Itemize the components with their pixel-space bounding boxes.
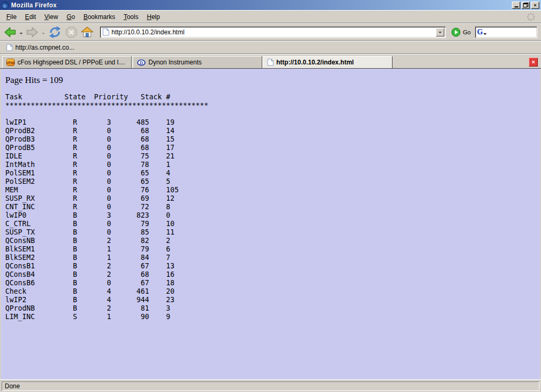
forward-arrow-icon bbox=[26, 26, 39, 39]
bookmark-page-icon bbox=[6, 44, 13, 51]
back-dropdown-caret[interactable] bbox=[20, 33, 23, 36]
menu-bar: File Edit View Go Bookmarks Tools Help bbox=[0, 10, 541, 23]
go-label: Go bbox=[463, 29, 471, 35]
back-button[interactable] bbox=[3, 25, 17, 40]
minimize-button[interactable] bbox=[512, 2, 520, 9]
go-button[interactable]: Go bbox=[450, 27, 474, 37]
status-bar: Done bbox=[0, 379, 541, 392]
url-dropdown-button[interactable] bbox=[436, 28, 444, 36]
task-table: Task State Priority Stack # ************… bbox=[5, 93, 540, 321]
menu-go[interactable]: Go bbox=[62, 12, 79, 22]
bookmarks-toolbar: http://as.cmpnet.co... bbox=[0, 41, 541, 54]
title-bar: Mozilla Firefox × bbox=[0, 0, 541, 10]
status-panel: Done bbox=[2, 381, 539, 391]
go-icon bbox=[451, 27, 461, 37]
menu-view[interactable]: View bbox=[40, 12, 62, 22]
firefox-logo-icon bbox=[2, 2, 9, 9]
restore-icon bbox=[523, 3, 528, 7]
back-arrow-icon bbox=[4, 26, 16, 39]
url-dropdown-caret bbox=[439, 32, 442, 35]
search-input[interactable] bbox=[487, 29, 541, 36]
search-box: G bbox=[475, 26, 537, 38]
navigation-toolbar: Go G bbox=[0, 23, 541, 41]
search-engine-caret[interactable] bbox=[483, 33, 487, 36]
close-icon: × bbox=[534, 3, 536, 8]
cfos-icon: cFos bbox=[6, 59, 15, 66]
home-icon bbox=[81, 26, 94, 39]
tab-index-html-active[interactable]: http://10.0.10.2/index.html bbox=[263, 56, 393, 68]
status-text: Done bbox=[5, 382, 20, 390]
tabbar-filler bbox=[394, 56, 529, 68]
page-hits-text: Page Hits = 109 bbox=[5, 75, 540, 86]
tab-label: cFos Highspeed DSL / PPPoE und ISDN CAP.… bbox=[17, 59, 127, 66]
url-bar bbox=[100, 26, 446, 38]
restore-button[interactable] bbox=[521, 2, 530, 9]
page-content: Page Hits = 109 Task State Priority Stac… bbox=[1, 69, 540, 379]
home-button[interactable] bbox=[80, 25, 95, 40]
menu-edit[interactable]: Edit bbox=[21, 12, 40, 22]
tab-bar: cFos cFos Highspeed DSL / PPPoE und ISDN… bbox=[0, 54, 541, 69]
browser-window: Mozilla Firefox × File Edit View Go Book… bbox=[0, 0, 541, 392]
window-controls: × bbox=[512, 2, 539, 9]
tab-label: http://10.0.10.2/index.html bbox=[276, 59, 354, 66]
bookmark-label: http://as.cmpnet.co... bbox=[15, 44, 74, 51]
tab-cfos[interactable]: cFos cFos Highspeed DSL / PPPoE und ISDN… bbox=[2, 56, 132, 68]
close-tab-icon: × bbox=[531, 59, 535, 65]
menu-bookmarks[interactable]: Bookmarks bbox=[79, 12, 119, 22]
reload-icon bbox=[48, 26, 62, 39]
close-button[interactable]: × bbox=[531, 2, 539, 9]
page-icon bbox=[102, 28, 109, 36]
stop-button[interactable] bbox=[64, 25, 79, 40]
menu-tools[interactable]: Tools bbox=[119, 12, 143, 22]
reload-button[interactable] bbox=[47, 25, 63, 40]
svg-text:D: D bbox=[139, 60, 143, 65]
close-tab-button[interactable]: × bbox=[529, 58, 538, 67]
bookmark-item[interactable]: http://as.cmpnet.co... bbox=[4, 43, 76, 52]
throbber-icon bbox=[526, 12, 536, 22]
forward-button[interactable] bbox=[25, 25, 40, 40]
url-input[interactable] bbox=[111, 29, 434, 36]
minimize-icon bbox=[515, 6, 518, 7]
menu-help[interactable]: Help bbox=[143, 12, 164, 22]
stop-icon bbox=[65, 26, 78, 39]
tab-dynon[interactable]: D Dynon Instruments bbox=[133, 56, 262, 68]
google-icon[interactable]: G bbox=[477, 29, 483, 36]
page-icon bbox=[267, 59, 274, 66]
window-title: Mozilla Firefox bbox=[11, 2, 57, 9]
forward-dropdown-caret[interactable] bbox=[42, 33, 45, 36]
dynon-icon: D bbox=[137, 59, 146, 66]
menu-file[interactable]: File bbox=[2, 12, 21, 22]
tab-label: Dynon Instruments bbox=[148, 59, 202, 66]
